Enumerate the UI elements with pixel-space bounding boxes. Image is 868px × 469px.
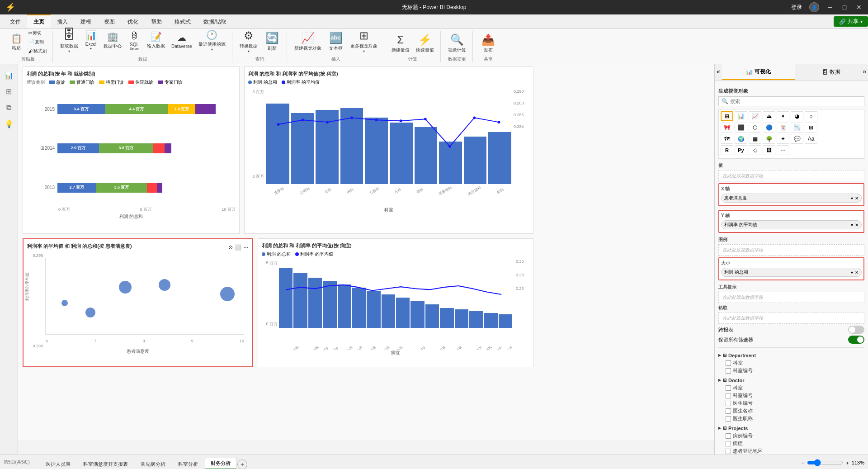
x-axis-field[interactable]: 患者满意度 ▾ ✕ (721, 194, 862, 203)
viz-gauge-icon[interactable]: 🔵 (763, 123, 775, 133)
viz-area-icon[interactable]: ⛰ (763, 111, 775, 121)
tab-financial-analysis[interactable]: 财务分析 (205, 458, 236, 469)
model-view-icon[interactable]: ⧉ (2, 100, 16, 115)
excel-btn[interactable]: 📊Excel▾ (82, 28, 100, 52)
datacenter-btn[interactable]: 🏢数据中心 (101, 29, 124, 51)
viz-kpi-icon[interactable]: 📉 (791, 123, 803, 133)
tree-item-patient-region[interactable]: 患者登记地区 (718, 447, 864, 455)
y-axis-dropdown-icon[interactable]: ▾ (851, 223, 853, 227)
viz-matrix-icon[interactable]: ⊠ (805, 123, 817, 133)
viz-filled-map-icon[interactable]: 🌍 (735, 134, 747, 144)
tab-file[interactable]: 文件 (4, 14, 27, 28)
viz-ribbon-icon[interactable]: 🎀 (721, 123, 733, 133)
x-axis-clear-icon[interactable]: ✕ (855, 196, 859, 201)
tree-department-header[interactable]: ▸ ⊞ Department (718, 351, 864, 359)
focus-icon[interactable]: ⬜ (235, 244, 241, 251)
textbox-btn[interactable]: 🔤文本框 (325, 30, 347, 53)
y-axis-clear-icon[interactable]: ✕ (855, 223, 859, 227)
close-btn[interactable]: ✕ (855, 4, 863, 11)
zoom-in-btn[interactable]: ＋ (845, 460, 850, 466)
recent-sources-btn[interactable]: 🕐最近使用的源▾ (196, 28, 228, 53)
viz-r-icon[interactable]: R (721, 145, 733, 155)
filter-icon[interactable]: ⊙ (228, 244, 233, 251)
viz-more-icon[interactable]: ⋯ (777, 145, 789, 155)
viz-image-icon[interactable]: 🖼 (763, 145, 775, 155)
size-clear-icon[interactable]: ✕ (855, 270, 859, 275)
size-field[interactable]: 利润 的总和 ▾ ✕ (721, 268, 862, 277)
user-avatar[interactable]: 👤 (809, 2, 819, 12)
x-axis-dropdown-icon[interactable]: ▾ (851, 196, 853, 201)
viz-line-icon[interactable]: 📈 (749, 111, 761, 121)
viz-scatter-icon[interactable]: ✦ (777, 111, 789, 121)
tree-item-doc-title[interactable]: 医生职称 (718, 415, 864, 422)
viz-qa-icon[interactable]: 💬 (791, 134, 803, 144)
doc-name-checkbox[interactable] (726, 408, 731, 414)
more-visuals-btn[interactable]: ⊞更多视觉对象▾ (348, 28, 380, 55)
dataverse-btn[interactable]: ☁Dataverse (169, 30, 195, 51)
doc-id-checkbox[interactable] (726, 401, 731, 406)
viz-text-icon[interactable]: Aa (805, 134, 817, 144)
viz-python-icon[interactable]: Py (735, 145, 747, 155)
add-page-btn[interactable]: + (237, 460, 247, 469)
tree-item-case-id[interactable]: 病例编号 (718, 432, 864, 440)
share-button[interactable]: 🔗共享▾ (834, 16, 868, 27)
viz-donut-icon[interactable]: ○ (805, 111, 817, 121)
dax-icon[interactable]: 💡 (2, 117, 16, 131)
tab-data[interactable]: 🗄数据 (795, 64, 868, 80)
zoom-slider[interactable] (807, 459, 843, 466)
data-view-icon[interactable]: ⊞ (2, 84, 16, 99)
doc-title-checkbox[interactable] (726, 416, 731, 422)
dept-id-checkbox[interactable] (726, 368, 731, 374)
search-input[interactable] (730, 99, 861, 104)
minimize-btn[interactable]: ─ (826, 4, 834, 11)
tree-item-doc-room-id[interactable]: 科室编号 (718, 392, 864, 399)
tab-nurses[interactable]: 医护人员表 (40, 459, 76, 469)
publish-btn[interactable]: 📤发布 (477, 32, 499, 55)
viz-decomp-icon[interactable]: 🌳 (763, 134, 775, 144)
y-axis-field[interactable]: 利润率 的平均值 ▾ ✕ (721, 220, 862, 229)
viz-shape-icon[interactable]: ◇ (749, 145, 761, 155)
get-data-btn[interactable]: 🗄获取数据▾ (57, 25, 81, 55)
viz-funnel-icon[interactable]: ⬡ (749, 123, 761, 133)
dept-room-checkbox[interactable] (726, 360, 731, 366)
transform-btn[interactable]: ⚙转换数据▾ (237, 28, 260, 55)
panel-collapse-left[interactable]: « (717, 68, 720, 75)
tree-item-dept-room[interactable]: 科室 (718, 359, 864, 367)
tree-item-symptom[interactable]: 病症 (718, 440, 864, 447)
tree-item-doc-name[interactable]: 医生名称 (718, 407, 864, 415)
tree-projects-header[interactable]: ▸ ⊞ Projects (718, 424, 864, 432)
case-id-checkbox[interactable] (726, 433, 731, 439)
tree-item-doc-id[interactable]: 医生编号 (718, 399, 864, 407)
viz-ai-icon[interactable]: ✦ (777, 134, 789, 144)
canvas[interactable]: 利润 的总和(按 年 和 就诊类别) 就诊类别 急诊 普通门诊 特需门诊 住院就… (18, 64, 714, 440)
tab-visualization[interactable]: 📊可视化 (722, 64, 795, 80)
login-text[interactable]: 登录 (791, 4, 802, 11)
viz-table-icon[interactable]: ⊞ (721, 111, 733, 121)
viz-treemap-icon[interactable]: ▦ (749, 134, 761, 144)
viz-pie-icon[interactable]: ◕ (791, 111, 803, 121)
quick-measure-btn[interactable]: ⚡快速量值 (413, 32, 437, 55)
visual-calc-btn[interactable]: 🔍视觉计算 (445, 32, 469, 55)
symptom-checkbox[interactable] (726, 441, 731, 446)
scatter-chart-panel[interactable]: 利润率 的平均值 和 利润 的总和(按 患者满意度) ⊙ ⬜ ⋯ 0.295 0… (23, 238, 253, 367)
keep-filters-toggle[interactable] (848, 336, 864, 344)
viz-bar-icon[interactable]: 📊 (735, 111, 747, 121)
patient-region-checkbox[interactable] (726, 449, 731, 454)
input-data-btn[interactable]: 📝输入数据 (144, 29, 168, 51)
cross-report-toggle[interactable] (848, 326, 864, 334)
refresh-btn[interactable]: 🔄刷新 (261, 30, 283, 53)
paste-btn[interactable]: 📋粘贴 (7, 31, 25, 53)
doc-room-id-checkbox[interactable] (726, 393, 731, 398)
tab-common-disease[interactable]: 常见病分析 (135, 459, 171, 469)
format-painter-btn[interactable]: 🖌格式刷 (26, 47, 49, 55)
cut-btn[interactable]: ✂剪切 (26, 29, 49, 37)
viz-card-icon[interactable]: 🃏 (777, 123, 789, 133)
doc-room-checkbox[interactable] (726, 385, 731, 391)
sql-btn[interactable]: 🛢SQLServer (125, 29, 143, 52)
copy-btn[interactable]: 📄复制 (26, 38, 49, 46)
tab-dept-satisfaction[interactable]: 科室满意度开支报表 (77, 459, 134, 469)
viz-waterfall-icon[interactable]: ⬛ (735, 123, 747, 133)
panel-expand-right[interactable]: » (863, 68, 866, 75)
tab-home[interactable]: 主页 (27, 14, 51, 28)
tab-dept-analysis[interactable]: 科室分析 (172, 459, 204, 469)
